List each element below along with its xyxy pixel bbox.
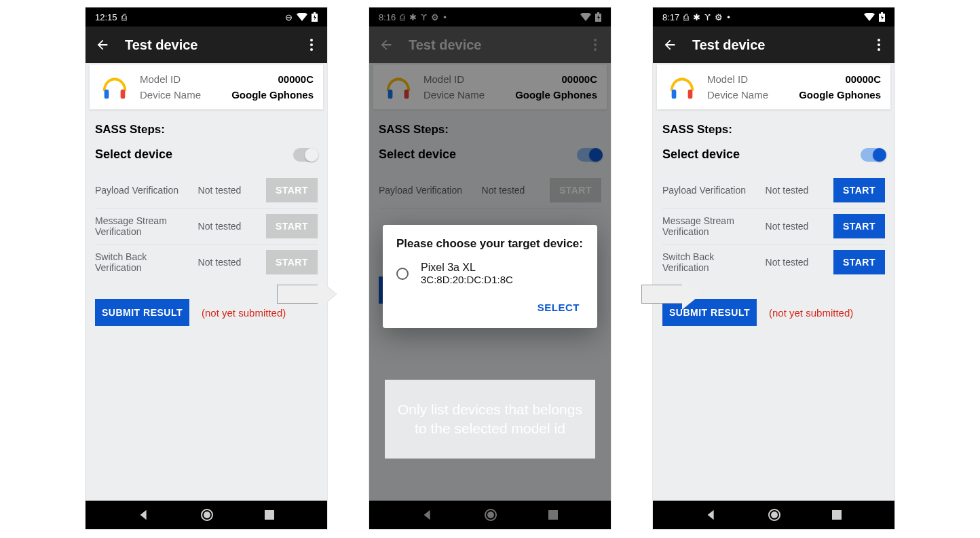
status-icon: ⎙ bbox=[121, 12, 127, 22]
nav-back-icon[interactable] bbox=[421, 509, 434, 521]
nav-recent-icon[interactable] bbox=[831, 509, 842, 520]
start-button[interactable]: START bbox=[833, 214, 885, 238]
status-dot-icon: • bbox=[727, 12, 730, 22]
not-submitted-note: (not yet submitted) bbox=[202, 307, 286, 319]
svg-point-6 bbox=[204, 512, 210, 518]
status-bar: 8:17 ⎙ ✱ ϒ ⚙ • bbox=[653, 7, 894, 26]
svg-point-14 bbox=[487, 512, 494, 518]
status-icon: ✱ bbox=[693, 12, 700, 22]
svg-rect-1 bbox=[314, 12, 316, 14]
select-device-row: Select device bbox=[379, 147, 601, 162]
nav-recent-icon[interactable] bbox=[548, 509, 559, 520]
device-option[interactable]: Pixel 3a XL 3C:8D:20:DC:D1:8C bbox=[396, 262, 584, 285]
device-option-mac: 3C:8D:20:DC:D1:8C bbox=[421, 274, 513, 285]
nav-home-icon[interactable] bbox=[484, 508, 497, 522]
select-device-toggle[interactable] bbox=[293, 148, 318, 162]
model-id-label: Model ID bbox=[423, 73, 464, 85]
test-row: Message Stream VerificationNot testedSTA… bbox=[662, 209, 885, 245]
svg-rect-7 bbox=[265, 510, 274, 520]
status-icon: ⎙ bbox=[400, 12, 405, 22]
select-device-label: Select device bbox=[662, 147, 740, 162]
status-dot-icon: • bbox=[443, 12, 447, 22]
dialog-title: Please choose your target device: bbox=[396, 237, 584, 251]
app-bar: Test device bbox=[653, 26, 894, 63]
device-card: Model ID00000C Device NameGoogle Gphones bbox=[657, 65, 890, 109]
select-device-label: Select device bbox=[379, 147, 456, 162]
wifi-icon bbox=[864, 13, 875, 21]
flow-arrow-icon bbox=[641, 279, 702, 310]
svg-rect-9 bbox=[597, 12, 599, 14]
device-name-label: Device Name bbox=[423, 89, 485, 101]
headphones-icon bbox=[666, 71, 698, 103]
start-button[interactable]: START bbox=[550, 178, 601, 202]
phone-screen-1: 12:15 ⎙ ⊖ Test device bbox=[85, 7, 328, 530]
test-row: Message Stream VerificationNot testedSTA… bbox=[95, 209, 318, 245]
test-row: Switch Back VerificationNot testedSTART bbox=[95, 245, 318, 280]
model-id-value: 00000C bbox=[845, 73, 881, 85]
svg-rect-4 bbox=[121, 90, 126, 98]
svg-rect-3 bbox=[105, 90, 109, 98]
nav-back-icon[interactable] bbox=[705, 509, 717, 521]
battery-icon bbox=[312, 12, 318, 22]
test-list: Payload VerificationNot testedSTART Mess… bbox=[95, 173, 318, 280]
more-icon[interactable] bbox=[305, 39, 318, 51]
more-icon[interactable] bbox=[873, 39, 885, 51]
select-device-label: Select device bbox=[95, 147, 172, 162]
start-button[interactable]: START bbox=[833, 178, 885, 202]
device-name-label: Device Name bbox=[140, 89, 201, 101]
nav-home-icon[interactable] bbox=[200, 508, 214, 522]
status-bar: 8:16 ⎙ ✱ ϒ ⚙ • bbox=[369, 7, 611, 26]
model-id-value: 00000C bbox=[561, 73, 597, 85]
battery-icon bbox=[595, 12, 601, 22]
svg-rect-19 bbox=[672, 90, 677, 98]
select-device-toggle[interactable] bbox=[861, 148, 885, 162]
start-button[interactable]: START bbox=[266, 178, 318, 202]
back-icon[interactable] bbox=[95, 37, 110, 52]
app-bar: Test device bbox=[369, 26, 611, 63]
not-submitted-note: (not yet submitted) bbox=[769, 307, 853, 319]
start-button[interactable]: START bbox=[833, 250, 885, 274]
select-device-toggle[interactable] bbox=[577, 148, 601, 162]
app-bar: Test device bbox=[86, 26, 327, 63]
model-id-value: 00000C bbox=[278, 73, 314, 85]
nav-bar bbox=[653, 501, 894, 529]
radio-icon[interactable] bbox=[396, 268, 409, 280]
back-icon[interactable] bbox=[379, 37, 394, 52]
status-time: 8:16 bbox=[379, 12, 396, 22]
battery-icon bbox=[879, 12, 885, 22]
device-name-value: Google Gphones bbox=[799, 89, 881, 101]
nav-back-icon[interactable] bbox=[138, 509, 150, 521]
choose-device-dialog: Please choose your target device: Pixel … bbox=[383, 225, 597, 328]
svg-rect-23 bbox=[832, 510, 842, 520]
status-time: 8:17 bbox=[662, 12, 679, 22]
svg-rect-17 bbox=[881, 12, 883, 14]
nav-home-icon[interactable] bbox=[768, 508, 781, 522]
nav-bar bbox=[86, 501, 327, 529]
test-list: Payload VerificationNot testedSTART bbox=[379, 173, 601, 209]
svg-rect-12 bbox=[404, 90, 409, 98]
start-button[interactable]: START bbox=[266, 214, 318, 238]
appbar-title: Test device bbox=[125, 37, 197, 53]
svg-point-22 bbox=[771, 512, 778, 518]
test-row: Payload VerificationNot testedSTART bbox=[379, 173, 601, 209]
device-name-value: Google Gphones bbox=[231, 89, 314, 101]
more-icon[interactable] bbox=[589, 39, 601, 51]
gear-icon: ⚙ bbox=[431, 12, 439, 22]
svg-rect-15 bbox=[548, 510, 558, 520]
status-bar: 12:15 ⎙ ⊖ bbox=[86, 7, 327, 26]
back-icon[interactable] bbox=[662, 37, 677, 52]
model-id-label: Model ID bbox=[707, 73, 748, 85]
sass-steps-heading: SASS Steps: bbox=[95, 123, 318, 137]
phone-screen-2: 8:16 ⎙ ✱ ϒ ⚙ • Test device Model ID000 bbox=[369, 7, 611, 530]
test-list: Payload VerificationNot testedSTART Mess… bbox=[662, 173, 885, 280]
sass-steps-heading: SASS Steps: bbox=[662, 123, 885, 137]
hint-overlay: Only list devices that belongs to the se… bbox=[385, 380, 595, 459]
submit-result-button[interactable]: SUBMIT RESULT bbox=[95, 299, 189, 326]
device-option-name: Pixel 3a XL bbox=[421, 262, 513, 274]
nav-recent-icon[interactable] bbox=[264, 509, 275, 520]
status-icon: ϒ bbox=[704, 12, 711, 22]
start-button[interactable]: START bbox=[266, 250, 318, 274]
device-card: Model ID00000C Device NameGoogle Gphones bbox=[90, 65, 323, 109]
dialog-select-button[interactable]: SELECT bbox=[533, 296, 584, 319]
dnd-icon: ⊖ bbox=[285, 12, 293, 22]
